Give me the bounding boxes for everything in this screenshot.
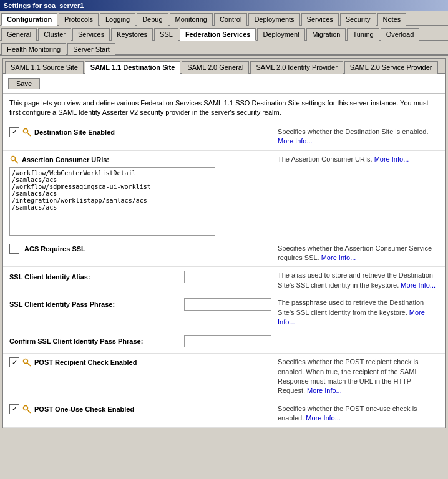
more-info-link-destination-site-enabled[interactable]: More Info... <box>278 137 313 145</box>
svg-point-2 <box>28 133 29 135</box>
form-row-post-one-use-check-enabled: POST One-Use Check EnabledSpecifies whet… <box>3 400 445 428</box>
tab-row1-control[interactable]: Control <box>214 13 247 26</box>
field-label-destination-site-enabled: Destination Site Enabled <box>34 128 115 136</box>
form-row-acs-requires-ssl: ACS Requires SSLSpecifies whether the As… <box>3 240 445 268</box>
tab-row1-configuration[interactable]: Configuration <box>1 13 57 26</box>
tab-row2-migration[interactable]: Migration <box>306 28 346 41</box>
field-label-post-one-use-check-enabled: POST One-Use Check Enabled <box>34 405 134 413</box>
field-label-assertion-consumer-uris: Assertion Consumer URIs: <box>22 156 109 163</box>
field-description-post-recipient-check-enabled: Specifies whether the POST recipient che… <box>271 357 439 396</box>
window-title: Settings for soa_server1 <box>4 2 84 9</box>
security-icon-post-one-use-check-enabled <box>22 404 32 414</box>
more-info-link-post-recipient-check-enabled[interactable]: More Info... <box>307 387 342 394</box>
checkbox-acs-requires-ssl[interactable] <box>9 244 19 254</box>
tab-row2-cluster[interactable]: Cluster <box>38 28 71 41</box>
input-ssl-client-identity-alias[interactable] <box>184 271 271 283</box>
svg-point-9 <box>24 405 28 410</box>
tab-row2-overload[interactable]: Overload <box>381 28 420 41</box>
form-row-assertion-consumer-uris: Assertion Consumer URIs:The Assertion Co… <box>3 151 445 240</box>
field-description-post-one-use-check-enabled: Specifies whether the POST one-use check… <box>271 404 439 423</box>
svg-point-0 <box>24 128 28 133</box>
tab-row-1: ConfigurationProtocolsLoggingDebugMonito… <box>0 11 448 26</box>
security-icon-destination-site-enabled <box>22 127 32 137</box>
field-description-assertion-consumer-uris: The Assertion Consumer URIs. More Info..… <box>271 155 439 164</box>
tab-row2-tuning[interactable]: Tuning <box>347 28 379 41</box>
tab-row1-services[interactable]: Services <box>301 13 339 26</box>
textarea-assertion-consumer-uris[interactable] <box>9 167 215 236</box>
tab-row3-server-start[interactable]: Server Start <box>67 43 115 55</box>
tab-row2-federation-services[interactable]: Federation Services <box>180 28 256 41</box>
field-description-destination-site-enabled: Specifies whether the Destination Site i… <box>271 127 439 147</box>
tab-row3-health-monitoring[interactable]: Health Monitoring <box>1 43 66 55</box>
field-label-confirm-ssl-client-identity-passphrase: Confirm SSL Client Identity Pass Phrase: <box>9 337 184 345</box>
input-confirm-ssl-client-identity-passphrase[interactable] <box>184 335 271 347</box>
save-button[interactable]: Save <box>8 78 40 89</box>
tab-row2-keystores[interactable]: Keystores <box>111 28 153 41</box>
info-text: This page lets you view and define vario… <box>3 94 445 123</box>
form-row-confirm-ssl-client-identity-passphrase: Confirm SSL Client Identity Pass Phrase: <box>3 331 445 354</box>
security-icon-assertion-consumer-uris <box>9 155 19 165</box>
tab-row1-deployments[interactable]: Deployments <box>248 13 299 26</box>
more-info-link-ssl-client-identity-passphrase[interactable]: More Info... <box>278 309 425 326</box>
checkbox-post-recipient-check-enabled[interactable] <box>9 357 19 367</box>
more-info-link-acs-requires-ssl[interactable]: More Info... <box>321 254 356 261</box>
tab-row1-debug[interactable]: Debug <box>137 13 168 26</box>
field-label-post-recipient-check-enabled: POST Recipient Check Enabled <box>34 359 137 366</box>
tab-row-2: GeneralClusterServicesKeystoresSSLFedera… <box>0 26 448 41</box>
tab-row2-deployment[interactable]: Deployment <box>257 28 305 41</box>
field-label-ssl-client-identity-passphrase: SSL Client Identity Pass Phrase: <box>9 301 184 308</box>
more-info-link-ssl-client-identity-alias[interactable]: More Info... <box>401 281 436 289</box>
form-row-post-recipient-check-enabled: POST Recipient Check EnabledSpecifies wh… <box>3 354 445 400</box>
field-description-ssl-client-identity-passphrase: The passphrase used to retrieve the Dest… <box>271 298 439 327</box>
input-ssl-client-identity-passphrase[interactable] <box>184 298 271 311</box>
tab-row-3: Health MonitoringServer Start <box>0 41 448 56</box>
tab-row1-monitoring[interactable]: Monitoring <box>170 13 213 26</box>
svg-point-3 <box>11 156 16 160</box>
tab-row1-notes[interactable]: Notes <box>377 13 407 26</box>
tab-row1-security[interactable]: Security <box>340 13 376 26</box>
sub-tab-saml-1.1-source-site[interactable]: SAML 1.1 Source Site <box>5 61 84 74</box>
field-description-ssl-client-identity-alias: The alias used to store and retrieve the… <box>271 271 439 290</box>
tab-row2-ssl[interactable]: SSL <box>154 28 178 41</box>
tab-row1-logging[interactable]: Logging <box>100 13 135 26</box>
more-info-link-assertion-consumer-uris[interactable]: More Info... <box>374 155 409 163</box>
svg-point-5 <box>16 161 17 162</box>
security-icon-post-recipient-check-enabled <box>22 357 32 367</box>
sub-tab-saml-2.0-general[interactable]: SAML 2.0 General <box>182 61 249 74</box>
form-row-ssl-client-identity-passphrase: SSL Client Identity Pass Phrase:The pass… <box>3 294 445 331</box>
title-bar: Settings for soa_server1 <box>0 0 448 11</box>
svg-point-6 <box>24 359 28 364</box>
field-description-acs-requires-ssl: Specifies whether the Assertion Consumer… <box>271 244 439 263</box>
tab-row1-protocols[interactable]: Protocols <box>59 13 99 26</box>
field-label-ssl-client-identity-alias: SSL Client Identity Alias: <box>9 273 184 281</box>
svg-point-8 <box>28 364 29 365</box>
checkbox-destination-site-enabled[interactable] <box>9 127 19 137</box>
svg-point-11 <box>28 410 29 412</box>
field-label-acs-requires-ssl: ACS Requires SSL <box>24 245 85 253</box>
sub-tab-saml-2.0-identity-provider[interactable]: SAML 2.0 Identity Provider <box>250 61 343 74</box>
tab-row2-general[interactable]: General <box>1 28 37 41</box>
form-row-ssl-client-identity-alias: SSL Client Identity Alias:The alias used… <box>3 267 445 294</box>
sub-tab-saml-2.0-service-provider[interactable]: SAML 2.0 Service Provider <box>344 61 438 74</box>
sub-tab-saml-1.1-destination-site[interactable]: SAML 1.1 Destination Site <box>85 61 181 74</box>
form-row-destination-site-enabled: Destination Site EnabledSpecifies whethe… <box>3 123 445 151</box>
tab-row2-services[interactable]: Services <box>72 28 110 41</box>
more-info-link-post-one-use-check-enabled[interactable]: More Info... <box>306 414 341 422</box>
checkbox-post-one-use-check-enabled[interactable] <box>9 404 19 414</box>
sub-tab-bar: SAML 1.1 Source SiteSAML 1.1 Destination… <box>3 59 445 74</box>
